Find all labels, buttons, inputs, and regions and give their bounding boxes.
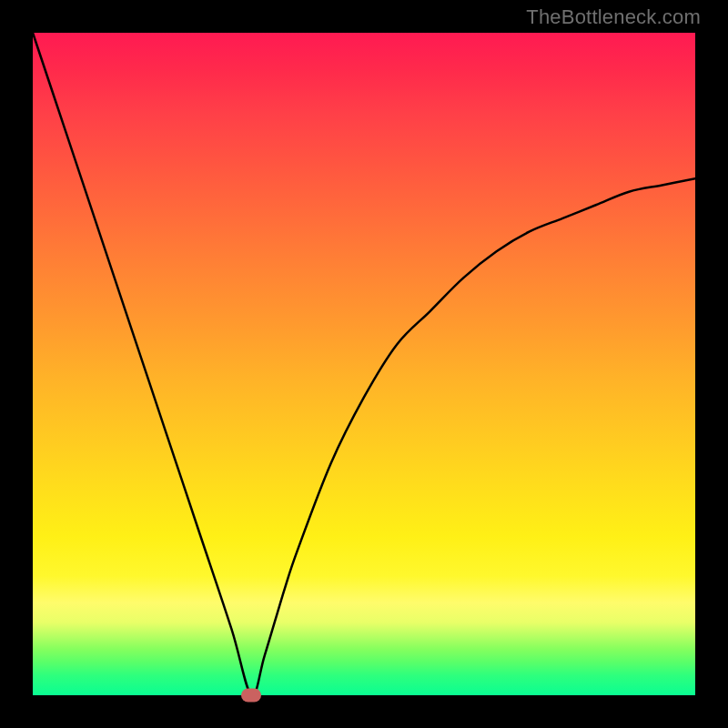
chart-svg [33,33,695,695]
bottleneck-curve [33,33,695,696]
watermark-text: TheBottleneck.com [526,5,701,29]
chart-frame: TheBottleneck.com [0,0,728,728]
chart-marker [241,689,261,703]
plot-area [33,33,695,695]
